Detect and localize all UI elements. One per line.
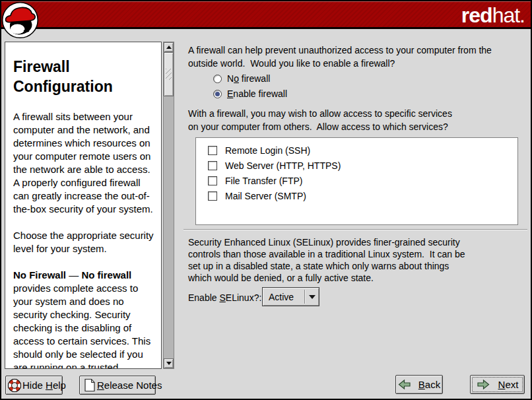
radio-no-firewall-circle[interactable]: [213, 75, 222, 83]
scroll-up-icon: [166, 46, 172, 49]
firewall-intro-text: A firewall can help prevent unauthorized…: [188, 44, 492, 70]
next-button[interactable]: Next: [470, 375, 525, 394]
scroll-down-button[interactable]: [164, 358, 174, 368]
next-label: Next: [498, 379, 519, 390]
radio-no-firewall-label[interactable]: No firewall: [227, 73, 270, 84]
service-web-server-label[interactable]: Web Server (HTTP, HTTPS): [225, 160, 341, 171]
selinux-line-4: which would be denied, or a fully active…: [188, 272, 465, 284]
scroll-up-button[interactable]: [164, 42, 174, 52]
arrow-left-icon: [398, 379, 411, 390]
scrollbar-thumb[interactable]: [164, 52, 174, 96]
checkbox-mail-server[interactable]: [208, 191, 217, 201]
radio-enable-firewall[interactable]: Enable firewall: [213, 88, 287, 100]
intro-line-1: A firewall can help prevent unauthorized…: [188, 44, 492, 57]
document-icon: [83, 378, 96, 392]
selinux-line-3: set up in a disabled state, a state whic…: [188, 260, 465, 272]
selinux-line-1: Security Enhanced Linux (SELinux) provid…: [188, 236, 465, 248]
dropdown-arrow-area[interactable]: [306, 295, 319, 299]
service-web-server[interactable]: Web Server (HTTP, HTTPS): [208, 158, 517, 173]
wordmark-dot: .: [519, 3, 525, 27]
redhat-wordmark: redhat.: [461, 4, 525, 26]
help-paragraph-2: Choose the appropriate security level fo…: [13, 229, 154, 255]
wordmark-hat: hat: [492, 3, 519, 27]
selinux-description: Security Enhanced Linux (SELinux) provid…: [188, 236, 465, 284]
service-remote-login-label[interactable]: Remote Login (SSH): [225, 145, 310, 156]
back-label: Back: [418, 379, 440, 390]
help-paragraph-3: No Firewall — No firewall provides compl…: [13, 269, 154, 369]
hide-help-button[interactable]: Hide Help: [5, 376, 63, 395]
dash: —: [66, 269, 81, 281]
installer-window: redhat. Firewall Configuration A firewal…: [0, 0, 532, 400]
release-notes-button[interactable]: Release Notes: [79, 376, 156, 395]
checkbox-remote-login[interactable]: [208, 146, 217, 155]
redhat-shadowman-icon: [1, 1, 40, 40]
release-notes-label: Release Notes: [97, 380, 162, 391]
help-paragraph-1: A firewall sits between your computer an…: [13, 110, 154, 216]
service-file-transfer-label[interactable]: File Transfer (FTP): [225, 176, 302, 186]
section-divider: [183, 229, 527, 230]
help-panel: Firewall Configuration A firewall sits b…: [5, 42, 162, 369]
no-firewall-term: No Firewall: [13, 269, 66, 281]
help-scrollbar[interactable]: [163, 42, 174, 369]
service-remote-login[interactable]: Remote Login (SSH): [208, 143, 517, 158]
service-file-transfer[interactable]: File Transfer (FTP): [208, 174, 517, 188]
checkbox-file-transfer[interactable]: [208, 176, 217, 185]
scroll-down-icon: [166, 362, 172, 365]
services-line-2: on your computer from others. Allow acce…: [188, 120, 452, 133]
selinux-dropdown-value[interactable]: Active: [263, 292, 304, 302]
radio-enable-firewall-label[interactable]: Enable firewall: [227, 88, 287, 99]
arrow-right-icon: [477, 379, 490, 390]
radio-enable-firewall-circle[interactable]: [213, 90, 222, 98]
checkbox-web-server[interactable]: [208, 161, 217, 170]
help-panel-title: Firewall Configuration: [13, 57, 154, 96]
header-banner: [1, 1, 531, 29]
chevron-down-icon: [309, 295, 316, 299]
back-button[interactable]: Back: [395, 375, 443, 394]
no-firewall-body: provides complete access to your system …: [13, 283, 150, 369]
no-firewall-term-2: No firewall: [81, 269, 131, 281]
selinux-dropdown[interactable]: Active: [262, 287, 319, 306]
wordmark-red: red: [461, 3, 492, 27]
services-line-1: With a firewall, you may wish to allow a…: [188, 107, 452, 120]
enable-selinux-label: Enable SELinux?:: [188, 292, 261, 303]
hide-help-label: Hide Help: [22, 380, 66, 391]
life-preserver-icon: [7, 378, 22, 393]
radio-no-firewall[interactable]: No firewall: [213, 73, 270, 84]
service-mail-server-label[interactable]: Mail Server (SMTP): [225, 191, 306, 201]
service-mail-server[interactable]: Mail Server (SMTP): [208, 189, 517, 203]
services-list: Remote Login (SSH) Web Server (HTTP, HTT…: [195, 137, 518, 225]
services-question-text: With a firewall, you may wish to allow a…: [188, 107, 452, 133]
selinux-line-2: controls than those available in a tradi…: [188, 248, 465, 260]
intro-line-2: outside world. Would you like to enable …: [188, 57, 492, 70]
